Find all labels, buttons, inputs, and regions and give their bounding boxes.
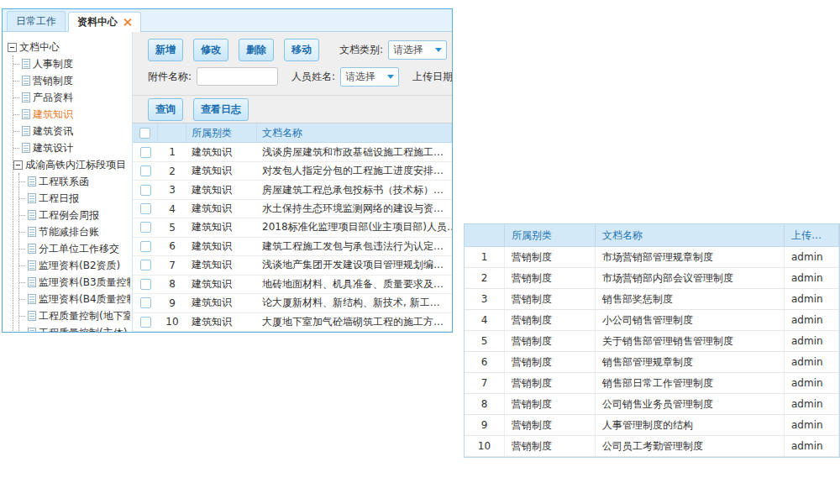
tree-node-daily-report[interactable]: 工程日报 — [19, 190, 130, 207]
table-row[interactable]: 5 建筑知识 2018标准化监理项目部(业主项目部)人员… — [133, 218, 452, 237]
tree-node-work-handover[interactable]: 分工单位工作移交 — [19, 240, 130, 257]
tree-connector — [19, 316, 25, 317]
row-category: 营销制度 — [505, 436, 596, 456]
tree-node-energy-ledger[interactable]: 节能减排台账 — [19, 223, 130, 240]
tree-node-building-design[interactable]: 建筑设计 — [13, 139, 130, 156]
table-row[interactable]: 8 营销制度 公司销售业务员管理制度 admin — [465, 394, 839, 415]
row-category: 营销制度 — [505, 268, 596, 288]
tree-node-label: 工程日报 — [39, 192, 79, 206]
tree-node-clipped[interactable]: 工程质量控制(主体) — [19, 324, 130, 332]
row-index: 4 — [158, 203, 186, 215]
doc-type-select[interactable]: 请选择 — [388, 40, 447, 60]
table-row[interactable]: 5 营销制度 关于销售部管理销售管理制度 admin — [465, 331, 839, 352]
row-checkbox[interactable] — [140, 297, 151, 308]
person-select[interactable]: 请选择 — [340, 67, 399, 87]
table-row[interactable]: 9 建筑知识 论大厦新材料、新结构、新技术, 新工… — [133, 294, 452, 312]
tree-node-product[interactable]: 产品资料 — [13, 89, 130, 106]
tree-node-label: 工程联系函 — [39, 175, 89, 189]
attachment-input[interactable] — [197, 67, 278, 86]
row-doc-name: 公司销售业务员管理制度 — [596, 394, 785, 414]
row-index: 7 — [465, 373, 505, 393]
table-row[interactable]: 6 营销制度 销售部管理规章制度 admin — [465, 352, 839, 373]
row-checkbox[interactable] — [140, 147, 151, 158]
tree-node-project[interactable]: 成渝高铁内江标段项目 — [13, 156, 130, 173]
tree-connector — [19, 299, 25, 300]
tree-connector — [13, 148, 19, 149]
tree-node-contact-letter[interactable]: 工程联系函 — [19, 173, 130, 190]
move-button[interactable]: 移动 — [284, 39, 319, 61]
table-row[interactable]: 10 营销制度 公司员工考勤管理制度 admin — [465, 436, 839, 457]
row-checkbox[interactable] — [140, 203, 151, 214]
tree-node-supervision-b3[interactable]: 监理资料(B3质量控制) — [19, 274, 130, 291]
tree-connector — [13, 131, 19, 132]
row-uploader: admin — [785, 268, 839, 288]
row-index: 5 — [465, 331, 505, 351]
tree-node-label: 监理资料(B2资质) — [39, 259, 120, 273]
row-checkbox[interactable] — [140, 165, 151, 176]
table-row[interactable]: 1 建筑知识 浅谈房屋建筑和市政基础设施工程施工… — [133, 143, 452, 161]
row-doc-name: 销售部奖惩制度 — [596, 289, 785, 309]
tree-node-marketing[interactable]: 营销制度 — [13, 72, 130, 89]
query-button[interactable]: 查询 — [148, 98, 183, 121]
row-checkbox[interactable] — [140, 279, 151, 290]
document-icon — [28, 328, 36, 332]
row-doc-name: 市场营销部内部会议管理制度 — [596, 268, 785, 288]
row-category: 营销制度 — [505, 394, 596, 414]
collapse-icon[interactable] — [13, 160, 23, 170]
document-icon — [22, 59, 30, 69]
row-checkbox[interactable] — [140, 317, 151, 328]
filter-area: 新增 修改 删除 移动 文档类别: 请选择 文档名称: 附件名称: 人员姓名: — [133, 32, 452, 96]
table-row[interactable]: 7 建筑知识 浅谈地产集团开发建设项目管理规划编… — [133, 256, 452, 275]
row-checkbox[interactable] — [140, 185, 151, 196]
add-button[interactable]: 新增 — [148, 39, 183, 61]
table-row[interactable]: 10 建筑知识 大厦地下室加气砼墙砌筑工程的施工方… — [133, 313, 452, 332]
view-log-button[interactable]: 查看日志 — [193, 98, 249, 121]
tree-node-label: 文档中心 — [19, 40, 60, 55]
index-column-header — [465, 224, 505, 246]
table-row[interactable]: 9 营销制度 人事管理制度的结构 admin — [465, 415, 839, 436]
delete-button[interactable]: 删除 — [239, 39, 274, 61]
collapse-icon[interactable] — [8, 43, 17, 52]
table-row[interactable]: 4 建筑知识 水土保持生态环境监测网络的建设与资… — [133, 200, 452, 218]
tree-node-personnel[interactable]: 人事制度 — [13, 55, 130, 72]
tab-daily-work[interactable]: 日常工作 — [7, 11, 66, 31]
tab-data-center[interactable]: 资料中心 — [68, 12, 141, 32]
row-checkbox[interactable] — [140, 222, 151, 233]
table-row[interactable]: 1 营销制度 市场营销部管理规章制度 admin — [465, 247, 839, 268]
tree-node-building-knowledge-selected[interactable]: 建筑知识 — [13, 106, 130, 123]
tree-node-label: 工程质量控制(主体) — [39, 326, 127, 333]
tree-node-doc-center[interactable]: 文档中心 — [8, 39, 130, 55]
tree-node-supervision-b4[interactable]: 监理资料(B4质量控制) — [19, 291, 130, 307]
row-checkbox[interactable] — [140, 260, 151, 270]
table-row[interactable]: 6 建筑知识 建筑工程施工发包与承包违法行为认定… — [133, 238, 452, 256]
row-category: 建筑知识 — [186, 220, 257, 234]
tree-node-building-news[interactable]: 建筑资讯 — [13, 123, 130, 139]
table-row[interactable]: 2 营销制度 市场营销部内部会议管理制度 admin — [465, 268, 839, 289]
table-row[interactable]: 8 建筑知识 地砖地面材料、机具准备、质量要求及… — [133, 276, 452, 294]
table-row[interactable]: 3 建筑知识 房屋建筑工程总承包投标书（技术标）… — [133, 181, 452, 199]
row-checkbox[interactable] — [140, 241, 151, 252]
tree-node-weekly-meeting[interactable]: 工程例会周报 — [19, 207, 130, 223]
tree-node-quality-basement[interactable]: 工程质量控制(地下室) — [19, 307, 130, 324]
row-doc-name: 对发包人指定分包的工程施工进度安排… — [257, 164, 452, 178]
row-index: 10 — [158, 316, 186, 328]
row-category: 建筑知识 — [186, 315, 257, 329]
document-icon — [28, 311, 36, 321]
row-category: 建筑知识 — [186, 145, 257, 160]
tree-node-label: 监理资料(B4质量控制) — [39, 292, 130, 307]
chevron-down-icon — [435, 48, 442, 52]
close-icon[interactable] — [123, 18, 132, 27]
tree-node-label: 节能减排台账 — [39, 225, 99, 239]
table-row[interactable]: 7 营销制度 销售部日常工作管理制度 admin — [465, 373, 839, 394]
tree-connector — [13, 114, 19, 115]
upload-date-label: 上传日期 — [412, 70, 452, 84]
table-row[interactable]: 2 建筑知识 对发包人指定分包的工程施工进度安排… — [133, 162, 452, 181]
edit-button[interactable]: 修改 — [193, 39, 228, 61]
select-all-checkbox[interactable] — [139, 128, 150, 139]
document-icon — [28, 277, 36, 287]
tree-node-label: 监理资料(B3质量控制) — [39, 276, 130, 290]
table-row[interactable]: 3 营销制度 销售部奖惩制度 admin — [465, 289, 839, 310]
table-row[interactable]: 4 营销制度 小公司销售管理制度 admin — [465, 310, 839, 331]
tree-node-supervision-b2[interactable]: 监理资料(B2资质) — [19, 257, 130, 274]
row-doc-name: 2018标准化监理项目部(业主项目部)人员… — [257, 220, 452, 234]
